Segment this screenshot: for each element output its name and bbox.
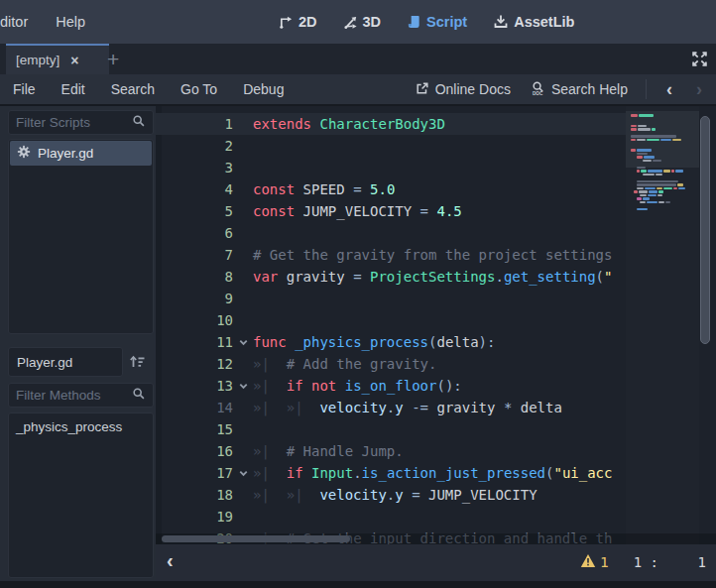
code-line-5[interactable]: 5const JUMP_VELOCITY = 4.5: [156, 200, 626, 222]
code-line-9[interactable]: 9: [156, 288, 626, 309]
fold-arrow-icon[interactable]: [233, 375, 253, 397]
code-text: # Get the gravity from the project setti…: [253, 244, 612, 266]
menu-edit[interactable]: Edit: [49, 81, 98, 97]
script-name-field[interactable]: Player.gd: [8, 347, 123, 377]
line-number: 5: [156, 200, 233, 222]
fold-spacer: [233, 200, 253, 222]
code-line-1[interactable]: 1extends CharacterBody3D: [156, 113, 626, 135]
vertical-scrollbar-thumb[interactable]: [700, 116, 710, 344]
line-number: 8: [156, 266, 233, 288]
code-line-17[interactable]: 17»|if Input.is_action_just_pressed("ui_…: [156, 462, 626, 484]
fold-arrow-icon[interactable]: [233, 331, 253, 353]
script-item-player[interactable]: Player.gd: [10, 141, 152, 166]
line-number: 14: [156, 397, 233, 418]
nav-assetlib-button[interactable]: AssetLib: [493, 14, 574, 30]
code-line-6[interactable]: 6: [156, 222, 626, 244]
assetlib-icon: [493, 14, 509, 30]
code-text: var gravity = ProjectSettings.get_settin…: [253, 266, 612, 288]
warning-count: 1: [600, 554, 609, 570]
code-line-7[interactable]: 7# Get the gravity from the project sett…: [156, 244, 626, 266]
fold-spacer: [233, 484, 253, 506]
line-number: 1: [156, 113, 233, 135]
script-tabstrip: [empty] × +: [0, 44, 716, 74]
minimap[interactable]: [626, 106, 699, 544]
filter-methods-input[interactable]: Filter Methods: [8, 383, 154, 408]
nav-script-button[interactable]: Script: [407, 14, 467, 30]
add-tab-button[interactable]: +: [107, 44, 119, 74]
line-number: 9: [156, 288, 233, 309]
2d-icon: [279, 15, 294, 30]
fold-spacer: [233, 222, 253, 244]
menu-debug[interactable]: Debug: [230, 81, 297, 97]
line-number: 16: [156, 440, 233, 462]
fold-spacer: [233, 157, 253, 178]
code-line-13[interactable]: 13»|if not is_on_floor():: [156, 375, 626, 397]
menu-file[interactable]: File: [0, 81, 49, 97]
external-link-icon: [416, 81, 429, 98]
script-item-label: Player.gd: [38, 146, 93, 161]
line-number: 3: [156, 157, 233, 178]
fold-spacer: [233, 353, 253, 375]
scripts-sidebar: Filter Scripts Player.gd Player.gd Filte…: [0, 106, 156, 581]
3d-icon: [343, 15, 358, 30]
search-help-button[interactable]: DOC Search Help: [525, 80, 634, 99]
line-number: 15: [156, 418, 233, 440]
code-text: const JUMP_VELOCITY = 4.5: [253, 200, 462, 222]
fold-spacer: [233, 244, 253, 266]
menu-help[interactable]: Help: [42, 14, 99, 30]
code-line-18[interactable]: 18»|»|velocity.y = JUMP_VELOCITY: [156, 484, 626, 506]
sort-methods-button[interactable]: [129, 354, 146, 373]
fold-arrow-icon[interactable]: [233, 462, 253, 484]
code-editor[interactable]: 1extends CharacterBody3D234const SPEED =…: [156, 106, 716, 544]
editor-statusbar: ‹ 1 1 : 1: [156, 544, 716, 581]
history-back-icon[interactable]: ‹: [658, 79, 680, 100]
code-line-2[interactable]: 2: [156, 135, 626, 157]
caret-position: 1 : 1: [634, 554, 706, 570]
code-line-15[interactable]: 15: [156, 418, 626, 440]
fold-spacer: [233, 266, 253, 288]
fold-spacer: [233, 418, 253, 440]
code-text: »|# Handle Jump.: [253, 440, 404, 462]
code-line-12[interactable]: 12»|# Add the gravity.: [156, 353, 626, 375]
menu-search[interactable]: Search: [98, 81, 168, 97]
online-docs-button[interactable]: Online Docs: [410, 81, 517, 98]
line-number: 6: [156, 222, 233, 244]
line-number: 17: [156, 462, 233, 484]
filter-scripts-input[interactable]: Filter Scripts: [8, 110, 154, 135]
code-text: »|»|velocity.y -= gravity * delta: [253, 397, 562, 418]
panel-collapse-icon[interactable]: ‹: [167, 549, 174, 572]
close-icon[interactable]: ×: [70, 53, 78, 68]
horizontal-scrollbar[interactable]: [156, 533, 716, 544]
method-item-physics-process[interactable]: _physics_process: [9, 413, 153, 439]
line-number: 2: [156, 135, 233, 157]
code-text: »|»|velocity.y = JUMP_VELOCITY: [253, 484, 537, 506]
line-number: 4: [156, 178, 233, 200]
script-icon: [407, 14, 421, 30]
warnings-badge[interactable]: 1: [580, 553, 609, 571]
code-line-4[interactable]: 4const SPEED = 5.0: [156, 178, 626, 200]
code-line-10[interactable]: 10: [156, 309, 626, 331]
vertical-scrollbar[interactable]: [699, 108, 711, 542]
distraction-free-icon[interactable]: [691, 51, 708, 71]
menu-goto[interactable]: Go To: [168, 81, 230, 97]
horizontal-scrollbar-thumb[interactable]: [162, 535, 350, 542]
code-line-3[interactable]: 3: [156, 157, 626, 178]
tab-empty[interactable]: [empty] ×: [6, 44, 109, 74]
fold-spacer: [233, 135, 253, 157]
code-line-19[interactable]: 19: [156, 506, 626, 528]
scripts-list: Player.gd: [8, 139, 154, 334]
fold-spacer: [233, 506, 253, 528]
code-line-16[interactable]: 16»|# Handle Jump.: [156, 440, 626, 462]
line-number: 7: [156, 244, 233, 266]
code-text: func _physics_process(delta):: [253, 331, 495, 353]
history-forward-icon[interactable]: ›: [688, 79, 710, 100]
code-line-8[interactable]: 8var gravity = ProjectSettings.get_setti…: [156, 266, 626, 288]
minimap-rows: [631, 114, 694, 211]
caret-separator: :: [651, 554, 658, 570]
code-line-14[interactable]: 14»|»|velocity.y -= gravity * delta: [156, 397, 626, 418]
menu-editor[interactable]: ditor: [0, 14, 42, 30]
fold-spacer: [233, 397, 253, 418]
nav-3d-button[interactable]: 3D: [343, 14, 382, 30]
nav-2d-button[interactable]: 2D: [279, 14, 317, 30]
code-line-11[interactable]: 11func _physics_process(delta):: [156, 331, 626, 353]
